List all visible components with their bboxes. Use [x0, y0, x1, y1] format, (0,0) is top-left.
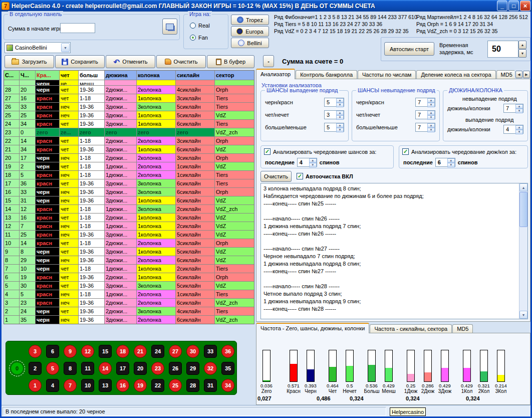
roulette-number-14[interactable]: 14: [99, 362, 112, 375]
column-header[interactable]: дюжина: [105, 71, 136, 80]
spin-down-icon[interactable]: ▼: [447, 163, 455, 167]
spinner[interactable]: 7▲▼: [503, 104, 523, 113]
roulette-number-11[interactable]: 11: [81, 362, 94, 375]
roulette-number-34[interactable]: 34: [221, 379, 234, 392]
column-header[interactable]: Кра...: [36, 71, 59, 80]
spin-up-icon[interactable]: ▲: [447, 158, 455, 163]
spin-up-icon[interactable]: ▲: [515, 125, 523, 130]
roulette-number-29[interactable]: 29: [186, 362, 199, 375]
spinner[interactable]: 5▲▼: [324, 98, 344, 107]
casino-combobox[interactable]: CasinoBellini ▼: [5, 42, 71, 53]
roulette-number-28[interactable]: 28: [186, 379, 199, 392]
roulette-number-31[interactable]: 31: [204, 379, 217, 392]
spinner[interactable]: 4▲▼: [503, 125, 523, 134]
roulette-number-20[interactable]: 20: [134, 362, 147, 375]
roulette-number-36[interactable]: 36: [221, 345, 234, 358]
spin-down-icon[interactable]: ▼: [427, 103, 435, 107]
spinner[interactable]: 6▲▼: [435, 158, 455, 167]
roulette-number-0[interactable]: 0: [11, 362, 24, 375]
scroll-thumb[interactable]: [519, 192, 527, 227]
tab-Анализатор[interactable]: Анализатор: [256, 69, 295, 79]
roulette-number-10[interactable]: 10: [81, 379, 94, 392]
tab-MD5[interactable]: MD5: [496, 70, 514, 79]
roulette-number-4[interactable]: 4: [46, 379, 59, 392]
scroll-up-icon[interactable]: ▲: [519, 183, 527, 191]
roulette-number-15[interactable]: 15: [99, 345, 112, 358]
spinner-arrows[interactable]: ▲▼: [336, 111, 344, 119]
roulette-number-16[interactable]: 16: [116, 379, 129, 392]
column-header[interactable]: С...: [4, 71, 19, 80]
tab-Контроль банкролла[interactable]: Контроль банкролла: [296, 70, 357, 79]
spin-up-icon[interactable]: ▲: [427, 98, 435, 103]
roulette-number-21[interactable]: 21: [134, 345, 147, 358]
spinner-arrows[interactable]: ▲▼: [447, 158, 455, 166]
spin-table[interactable]: С...Ч...Кра...четбольшдюжинаколонкасикла…: [4, 70, 254, 324]
tab-scroll-left-icon[interactable]: ◀: [515, 71, 522, 78]
spin-down-icon[interactable]: ▼: [427, 128, 435, 132]
roulette-number-2[interactable]: 2: [29, 362, 42, 375]
column-header[interactable]: чет: [60, 71, 78, 80]
delay-spin-down-icon[interactable]: ▼: [518, 49, 526, 58]
spinner[interactable]: 7▲▼: [415, 123, 435, 132]
roulette-number-32[interactable]: 32: [204, 362, 217, 375]
column-header[interactable]: больш: [79, 71, 104, 80]
spinner-arrows[interactable]: ▲▼: [515, 125, 523, 133]
delay-spinner[interactable]: ▲ ▼: [518, 41, 526, 58]
column-header[interactable]: сектор: [215, 71, 254, 80]
spin-up-icon[interactable]: ▲: [427, 123, 435, 128]
roulette-number-35[interactable]: 35: [221, 362, 234, 375]
roulette-number-5[interactable]: 5: [46, 362, 59, 375]
analyzer-log[interactable]: 3 колонка невыпадала подряд 8 спин; Набл…: [260, 183, 528, 319]
tab-Частоты по числам[interactable]: Частоты по числам: [358, 70, 416, 79]
spin-down-icon[interactable]: ▼: [515, 109, 523, 113]
spin-up-icon[interactable]: ▲: [336, 98, 344, 103]
column-header[interactable]: сиклайн: [176, 71, 214, 80]
check2-spin[interactable]: 6▲▼: [435, 158, 455, 167]
spinner-arrows[interactable]: ▲▼: [336, 98, 344, 106]
chart-tab-Частота - Zero, шансы, дюжины, колонки[interactable]: Частота - Zero, шансы, дюжины, колонки: [256, 323, 369, 333]
spin-down-icon[interactable]: ▼: [336, 103, 344, 107]
spinner[interactable]: 7▲▼: [415, 110, 435, 119]
spinner[interactable]: 5▲▼: [324, 123, 344, 132]
spinner-arrows[interactable]: ▲▼: [515, 104, 523, 112]
minimize-button[interactable]: _: [497, 1, 507, 11]
spin-down-icon[interactable]: ▼: [309, 163, 317, 167]
roulette-number-30[interactable]: 30: [186, 345, 199, 358]
radio-real[interactable]: Real: [190, 23, 210, 29]
spin-up-icon[interactable]: ▲: [427, 111, 435, 115]
spinner[interactable]: 7▲▼: [415, 98, 435, 107]
roulette-number-9[interactable]: 9: [64, 345, 77, 358]
roulette-number-3[interactable]: 3: [29, 345, 42, 358]
spinner-arrows[interactable]: ▲▼: [427, 111, 435, 119]
detach-panel-button[interactable]: [162, 19, 177, 35]
autoclean-checkbox[interactable]: ✓ Автоочистка ВКЛ: [297, 173, 353, 179]
roulette-number-13[interactable]: 13: [99, 379, 112, 392]
spin-up-icon[interactable]: ▲: [336, 111, 344, 115]
alternation-chances-checkbox[interactable]: ✓ Анализировать чередование шансов за:: [264, 148, 376, 155]
roulette-number-26[interactable]: 26: [169, 362, 182, 375]
spin-down-icon[interactable]: ▼: [515, 130, 523, 134]
roulette-number-6[interactable]: 6: [46, 345, 59, 358]
autospin-start-button[interactable]: Автоспин старт: [384, 42, 434, 56]
start-sum-input[interactable]: [60, 23, 95, 33]
check1-spin[interactable]: 4▲▼: [297, 158, 317, 167]
close-button[interactable]: ×: [520, 1, 530, 11]
chart-tab-MD5[interactable]: MD5: [452, 324, 473, 333]
alternation-dozen-checkbox[interactable]: ✓ Анализировать чередование дюж/кол за:: [402, 148, 516, 155]
roulette-number-22[interactable]: 22: [151, 379, 164, 392]
maximize-button[interactable]: □: [508, 1, 519, 11]
column-header[interactable]: колонка: [137, 71, 175, 80]
tab-Деление колеса на сектора[interactable]: Деление колеса на сектора: [416, 70, 495, 79]
spin-down-icon[interactable]: ▼: [427, 115, 435, 120]
to-buffer-button[interactable]: В буфер: [207, 55, 254, 68]
roulette-number-33[interactable]: 33: [204, 345, 217, 358]
spinner-arrows[interactable]: ▲▼: [427, 98, 435, 106]
roulette-number-19[interactable]: 19: [134, 379, 147, 392]
spin-up-icon[interactable]: ▲: [309, 158, 317, 163]
roulette-number-24[interactable]: 24: [151, 345, 164, 358]
chart-tab-Частота - сиклайны, сектора[interactable]: Частота - сиклайны, сектора: [370, 324, 452, 333]
column-header[interactable]: Ч...: [20, 71, 35, 80]
save-button[interactable]: Сохранить: [55, 55, 105, 68]
spin-down-icon[interactable]: ▼: [336, 115, 344, 120]
roulette-number-1[interactable]: 1: [29, 379, 42, 392]
